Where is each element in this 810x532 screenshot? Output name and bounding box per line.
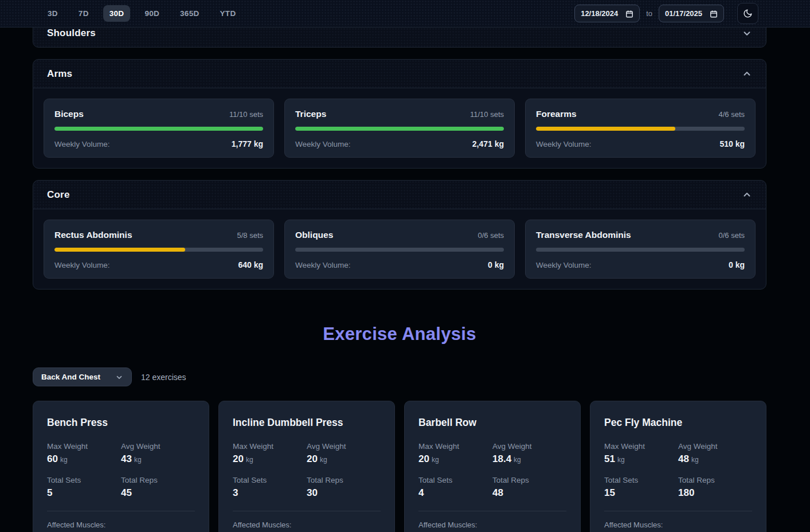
time-range-tab-365d[interactable]: 365D <box>174 5 205 22</box>
exercise-count: 12 exercises <box>141 373 186 382</box>
muscle-group-dropdown[interactable]: Back And Chest <box>33 367 132 386</box>
date-from-value: 12/18/2024 <box>581 9 618 18</box>
date-range-controls: 12/18/2024 to 01/17/2025 <box>574 3 758 24</box>
stat-value: 4 <box>418 487 424 498</box>
stat-label: Total Sets <box>418 476 492 484</box>
weekly-volume-label: Weekly Volume: <box>54 140 110 148</box>
stat-label: Max Weight <box>604 442 678 451</box>
muscle-sets-count: 11/10 sets <box>470 110 504 119</box>
muscle-cards-row: Biceps 11/10 sets Weekly Volume: 1,777 k… <box>44 99 756 158</box>
muscle-name: Rectus Abdominis <box>54 230 132 240</box>
stat-label: Max Weight <box>233 442 307 451</box>
divider <box>604 511 752 511</box>
weekly-volume-value: 640 kg <box>238 260 263 269</box>
muscle-group-title: Core <box>47 189 70 201</box>
muscle-sets-count: 0/6 sets <box>718 231 745 240</box>
calendar-icon[interactable] <box>625 10 633 18</box>
stat-block: Max Weight 60kg <box>47 442 121 465</box>
time-range-tab-7d[interactable]: 7D <box>72 5 95 22</box>
stat-label: Total Reps <box>307 476 381 484</box>
theme-toggle-button[interactable] <box>737 3 758 24</box>
muscle-card: Rectus Abdominis 5/8 sets Weekly Volume:… <box>44 220 274 279</box>
affected-muscles-label: Affected Muscles: <box>418 521 566 529</box>
stat-label: Total Sets <box>47 476 121 484</box>
weekly-volume-value: 510 kg <box>719 139 745 148</box>
stat-unit: kg <box>60 456 68 464</box>
divider <box>418 511 566 511</box>
weekly-volume-value: 1,777 kg <box>232 139 263 148</box>
muscle-card: Obliques 0/6 sets Weekly Volume: 0 kg <box>284 220 515 279</box>
main-content: Shoulders Arms Biceps 11/10 sets Weekly … <box>33 28 766 532</box>
muscle-group-header[interactable]: Core <box>33 181 766 209</box>
time-range-tab-ytd[interactable]: YTD <box>214 5 242 22</box>
time-range-tab-90d[interactable]: 90D <box>138 5 166 22</box>
stat-value: 180 <box>678 487 694 498</box>
exercise-name: Incline Dumbbell Press <box>233 417 381 429</box>
exercise-card: Bench Press Max Weight 60kg Avg Weight 4… <box>33 401 209 532</box>
muscle-sets-count: 0/6 sets <box>478 231 504 240</box>
progress-bar <box>295 127 504 131</box>
muscle-sets-count: 4/6 sets <box>718 110 745 119</box>
muscle-sections-list: Shoulders Arms Biceps 11/10 sets Weekly … <box>33 18 766 290</box>
stat-value: 20 <box>233 453 244 464</box>
stat-block: Total Reps 30 <box>307 476 381 499</box>
progress-bar <box>536 248 745 252</box>
exercise-card: Incline Dumbbell Press Max Weight 20kg A… <box>218 401 395 532</box>
stat-unit: kg <box>134 456 142 464</box>
time-range-tabs: 3D7D30D90D365DYTD <box>41 5 242 22</box>
stat-value: 18.4 <box>492 453 511 464</box>
muscle-name: Obliques <box>295 230 333 240</box>
exercise-stats: Max Weight 51kg Avg Weight 48kg Total Se… <box>604 442 752 499</box>
exercise-filter-row: Back And Chest 12 exercises <box>33 367 766 386</box>
weekly-volume-label: Weekly Volume: <box>295 261 351 269</box>
exercise-name: Bench Press <box>47 417 195 429</box>
affected-muscles-label: Affected Muscles: <box>233 521 381 529</box>
weekly-volume-label: Weekly Volume: <box>54 261 110 269</box>
stat-block: Max Weight 20kg <box>233 442 307 465</box>
stat-block: Avg Weight 20kg <box>307 442 381 465</box>
progress-bar <box>536 127 745 131</box>
stat-unit: kg <box>246 456 253 464</box>
progress-bar <box>54 127 263 131</box>
stat-block: Avg Weight 48kg <box>678 442 752 465</box>
chevron-up-icon[interactable] <box>742 190 752 200</box>
stat-unit: kg <box>514 456 521 464</box>
stat-value: 5 <box>47 487 52 498</box>
stat-block: Total Sets 15 <box>604 476 678 499</box>
weekly-volume-label: Weekly Volume: <box>295 140 351 148</box>
progress-bar-fill <box>536 127 675 131</box>
stat-value: 48 <box>492 487 503 498</box>
chevron-down-icon[interactable] <box>742 28 752 38</box>
stat-unit: kg <box>320 456 327 464</box>
exercise-stats: Max Weight 20kg Avg Weight 20kg Total Se… <box>233 442 381 499</box>
muscle-group-title: Arms <box>47 68 72 80</box>
stat-label: Total Sets <box>604 476 678 484</box>
time-range-tab-30d[interactable]: 30D <box>103 5 131 22</box>
date-from-input[interactable]: 12/18/2024 <box>574 5 640 22</box>
calendar-icon[interactable] <box>710 10 718 18</box>
muscle-name: Transverse Abdominis <box>536 230 631 240</box>
weekly-volume-value: 0 kg <box>729 260 745 269</box>
exercise-cards-grid: Bench Press Max Weight 60kg Avg Weight 4… <box>33 401 766 532</box>
exercise-analysis-title: Exercise Analysis <box>33 324 766 345</box>
stat-label: Avg Weight <box>121 442 195 451</box>
exercise-name: Pec Fly Machine <box>604 417 752 429</box>
stat-label: Max Weight <box>47 442 121 451</box>
stat-block: Total Reps 48 <box>492 476 566 499</box>
muscle-card: Forearms 4/6 sets Weekly Volume: 510 kg <box>525 99 756 158</box>
progress-bar <box>295 248 504 252</box>
stat-value: 15 <box>604 487 615 498</box>
stat-block: Total Reps 180 <box>678 476 752 499</box>
stat-label: Total Reps <box>678 476 752 484</box>
muscle-group-header[interactable]: Arms <box>33 60 766 88</box>
muscle-sets-count: 5/8 sets <box>237 231 263 240</box>
exercise-stats: Max Weight 20kg Avg Weight 18.4kg Total … <box>418 442 566 499</box>
time-range-tab-3d[interactable]: 3D <box>41 5 64 22</box>
stat-label: Avg Weight <box>678 442 752 451</box>
date-to-input[interactable]: 01/17/2025 <box>659 5 724 22</box>
divider <box>233 511 381 511</box>
stat-block: Avg Weight 43kg <box>121 442 195 465</box>
chevron-up-icon[interactable] <box>742 69 752 79</box>
divider <box>47 511 195 511</box>
muscle-group-section: Core Rectus Abdominis 5/8 sets Weekly Vo… <box>33 180 766 290</box>
